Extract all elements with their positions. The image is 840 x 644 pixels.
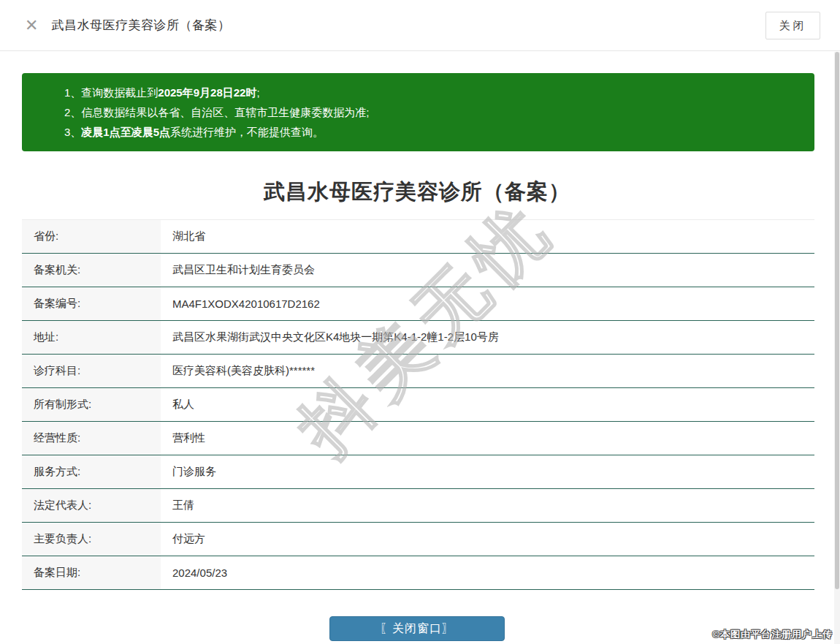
row-value: 营利性 bbox=[161, 422, 814, 455]
window-titlebar: ✕ 武昌水母医疗美容诊所（备案） 关闭 bbox=[0, 0, 840, 51]
table-row-principal: 主要负责人: 付远方 bbox=[22, 523, 814, 556]
scrollbar-thumb[interactable] bbox=[835, 52, 839, 589]
notice-line-1: 1、查询数据截止到2025年9月28日22时; bbox=[64, 83, 800, 102]
close-window-button[interactable]: 〖关闭窗口〗 bbox=[329, 616, 505, 641]
window-title: 武昌水母医疗美容诊所（备案） bbox=[51, 17, 230, 34]
table-row-operation-nature: 经营性质: 营利性 bbox=[22, 422, 814, 455]
close-button[interactable]: 关闭 bbox=[765, 12, 820, 39]
row-label: 备案机关: bbox=[22, 254, 161, 287]
row-label: 法定代表人: bbox=[22, 489, 161, 522]
table-row-filing-authority: 备案机关: 武昌区卫生和计划生育委员会 bbox=[22, 254, 814, 287]
row-label: 备案编号: bbox=[22, 287, 161, 320]
row-value: 付远方 bbox=[161, 523, 814, 556]
page-content: 1、查询数据截止到2025年9月28日22时; 2、信息数据结果以各省、自治区、… bbox=[0, 73, 834, 641]
table-row-filing-number: 备案编号: MA4F1XODX42010617D2162 bbox=[22, 287, 814, 321]
row-label: 备案日期: bbox=[22, 556, 161, 589]
row-label: 服务方式: bbox=[22, 455, 161, 488]
table-row-ownership: 所有制形式: 私人 bbox=[22, 388, 814, 422]
row-value: 武昌区卫生和计划生育委员会 bbox=[161, 254, 814, 287]
row-value: MA4F1XODX42010617D2162 bbox=[161, 287, 814, 320]
row-value: 医疗美容科(美容皮肤科)****** bbox=[161, 355, 814, 387]
table-row-address: 地址: 武昌区水果湖街武汉中央文化区K4地块一期第K4-1-2幢1-2层10号房 bbox=[22, 321, 814, 355]
row-value: 王倩 bbox=[161, 489, 814, 522]
row-label: 诊疗科目: bbox=[22, 355, 161, 387]
row-value: 门诊服务 bbox=[161, 455, 814, 488]
table-row-filing-date: 备案日期: 2024/05/23 bbox=[22, 556, 814, 590]
row-value: 2024/05/23 bbox=[161, 556, 814, 589]
row-label: 地址: bbox=[22, 321, 161, 354]
notice-line-3: 3、凌晨1点至凌晨5点系统进行维护，不能提供查询。 bbox=[64, 122, 800, 142]
row-label: 经营性质: bbox=[22, 422, 161, 455]
notice-box: 1、查询数据截止到2025年9月28日22时; 2、信息数据结果以各省、自治区、… bbox=[22, 73, 814, 151]
table-row-legal-representative: 法定代表人: 王倩 bbox=[22, 489, 814, 523]
copyright-watermark: ©本图由平台注册用户上传 bbox=[712, 628, 833, 641]
info-table: 省份: 湖北省 备案机关: 武昌区卫生和计划生育委员会 备案编号: MA4F1X… bbox=[22, 219, 814, 590]
row-value: 武昌区水果湖街武汉中央文化区K4地块一期第K4-1-2幢1-2层10号房 bbox=[161, 321, 814, 354]
close-x-icon[interactable]: ✕ bbox=[25, 18, 38, 34]
scrollbar-track[interactable] bbox=[834, 52, 840, 644]
row-label: 所有制形式: bbox=[22, 388, 161, 421]
row-label: 省份: bbox=[22, 220, 161, 253]
page-title: 武昌水母医疗美容诊所（备案） bbox=[0, 178, 834, 207]
row-value: 湖北省 bbox=[161, 220, 814, 253]
notice-line-2: 2、信息数据结果以各省、自治区、直辖市卫生健康委数据为准; bbox=[64, 102, 800, 122]
footer: 〖关闭窗口〗 bbox=[0, 616, 834, 641]
row-label: 主要负责人: bbox=[22, 523, 161, 556]
table-row-medical-subjects: 诊疗科目: 医疗美容科(美容皮肤科)****** bbox=[22, 355, 814, 388]
row-value: 私人 bbox=[161, 388, 814, 421]
table-row-province: 省份: 湖北省 bbox=[22, 220, 814, 254]
table-row-service-mode: 服务方式: 门诊服务 bbox=[22, 455, 814, 489]
